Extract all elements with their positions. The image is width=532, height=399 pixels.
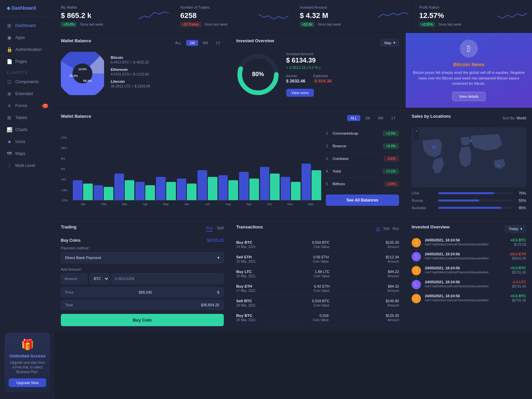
trans-coin-val-2: 1.88 LTC [314, 270, 330, 274]
mid-row: Wallet Balance ALL 1M 6M 1Y 12. [55, 33, 532, 108]
timeline-item-0: ₿ 24/05/2021, 18:24:56 0xb77ad0099e21d4f… [412, 238, 526, 247]
see-all-balances-button[interactable]: See All Balances [326, 195, 399, 206]
x-label-aug: Aug [218, 202, 238, 206]
view-details-button[interactable]: View details [452, 92, 486, 101]
trans-coin-1: 0.56 ETH Coin Value [313, 255, 329, 263]
transactions-card: Transactions All Sell Buy Buy BTC 14 Mar… [230, 219, 405, 332]
coin-ethereum-name: Ethereum [111, 67, 224, 71]
sidebar-item-multilevel[interactable]: ⋮ Multi Level [0, 160, 55, 172]
chart-bars-wrapper: Jan Feb Mar Apr May Jun Jul Aug Sep Oct [73, 127, 321, 206]
sidebar-item-extended[interactable]: ⊕ Extended [0, 88, 55, 100]
filter-tab-6m[interactable]: 6M [200, 40, 211, 46]
trans-usd-val-2: $94.22 [388, 270, 399, 274]
chevron-down-icon: ▾ [393, 41, 395, 45]
view-more-button[interactable]: View more [286, 89, 314, 97]
upgrade-now-button[interactable]: Upgrade Now [9, 378, 46, 387]
sidebar-item-authentication[interactable]: 🔒 Authentication [0, 44, 55, 56]
sidebar-item-tables[interactable]: ⊞ Tables [0, 112, 55, 124]
timeline-line-1 [416, 262, 417, 266]
timeline-title: Invested Overview [412, 224, 450, 229]
chart-tab-all[interactable]: ALL [347, 115, 360, 121]
svg-text:29.2%: 29.2% [69, 74, 78, 77]
month-select[interactable]: May ▾ [381, 39, 399, 47]
invested-timeline-card: Invested Overview Today ▾ ₿ 24/05/2021, … [406, 219, 532, 332]
trans-tab-buy[interactable]: Buy [393, 226, 399, 231]
bar-group-mar [114, 174, 134, 200]
trans-item-5: Buy BTC 19 Mar, 2021 0.016 Coin Value $1… [236, 311, 399, 325]
maps-icon: 🗺 [7, 151, 12, 156]
timeline-time-0: 24/05/2021, 18:24:56 [425, 238, 506, 242]
today-filter[interactable]: Today ▾ [505, 225, 526, 233]
sidebar-item-apps[interactable]: ◉ Apps [0, 32, 55, 44]
sidebar-item-maps[interactable]: 🗺 Maps [0, 148, 55, 160]
sidebar-item-forms[interactable]: ≡ Forms 7 [0, 100, 55, 112]
bar-blue-dec [302, 164, 311, 200]
buy-coins-value: $4335.23 [207, 238, 223, 243]
buy-coin-button[interactable]: Buy Coin [61, 314, 224, 326]
timeline-change-4: +0.5 BTC $5791.45 [510, 294, 526, 302]
trans-date-1: 15 Mar, 2021 [236, 260, 256, 263]
bar-group-aug [218, 175, 238, 200]
sparkline-wallet [139, 9, 169, 23]
amount-input[interactable] [61, 273, 87, 284]
amount-value-input[interactable] [111, 273, 224, 284]
chart-tab-1m[interactable]: 1M [362, 115, 373, 121]
bitcoin-word: Bitcoin [453, 62, 470, 67]
timeline-content-4: 24/05/2021, 18:24:56 0xb77ad0099e21d4fca… [425, 294, 506, 302]
sidebar-item-icons[interactable]: ★ Icons [0, 136, 55, 148]
trans-usd-label-5: Amount [386, 318, 399, 322]
timeline-hash-0: 0xb77ad0099e21d4fca87fa4ca92dda1a40af9e0 [425, 243, 506, 246]
stat-since-wallet: Since last week [80, 23, 103, 26]
main-content: My Wallet $ 865.2 k +20.0% Since last we… [55, 0, 532, 399]
balance-change-3: -3.6% [384, 156, 399, 162]
bar-blue-mar [114, 174, 124, 200]
trans-coin-val-0: 0.016 BTC [312, 240, 330, 244]
transactions-title: Transactions [236, 224, 263, 229]
balance-name-3: Coinbase [332, 157, 384, 161]
buy-coins-header: Buy Coins $4335.23 [61, 238, 224, 243]
sidebar-item-charts[interactable]: 📊 Charts [0, 124, 55, 136]
promo-desc: Upgrade your plan from a Free trial, to … [9, 360, 46, 374]
components-icon: ⬡ [7, 79, 12, 84]
bar-teal-may [166, 182, 176, 200]
bar-blue-jun [177, 179, 187, 200]
trans-type-0: Buy BTC [236, 240, 256, 244]
sidebar-item-dashboard[interactable]: ⊞ Dashboard [0, 20, 55, 32]
timeline-hash-4: 0xb77ad0099e21d4fca87fa4ca92dda1a40af9e0 [425, 299, 506, 302]
trade-tab-sell[interactable]: Sell [217, 226, 223, 232]
trans-date-2: 16 Mar, 2021 [236, 274, 256, 278]
timeline-list: ₿ 24/05/2021, 18:24:56 0xb77ad0099e21d4f… [412, 238, 526, 303]
timeline-change-3: -1.5 LTC $5791.45 [512, 280, 526, 288]
timeline-dot-wrapper-2: ₿ [412, 266, 421, 275]
coin-select[interactable]: BTC [89, 273, 109, 284]
stat-card-wallet: My Wallet $ 865.2 k +20.0% Since last we… [55, 0, 174, 32]
icons-icon: ★ [7, 139, 12, 144]
coin-litecoin-value: 35.3811 LTC = $ 2263.09 [111, 84, 224, 88]
trade-tab-buy[interactable]: Buy [206, 226, 213, 232]
filter-tab-1y[interactable]: 1Y [212, 40, 223, 46]
filter-tab-1m[interactable]: 1M [186, 40, 198, 46]
sidebar-item-components[interactable]: ⬡ Components [0, 76, 55, 88]
balance-item-2: 2 Binance +8.3% [326, 140, 399, 153]
elements-label: Elements [0, 67, 55, 76]
stat-since-trades: Since last week [204, 23, 227, 26]
chart-tab-1y[interactable]: 1Y [388, 115, 399, 121]
trans-coin-4: 0.018 BTC Coin Value [312, 299, 330, 307]
filter-tab-all[interactable]: ALL [172, 40, 185, 46]
payment-method-select[interactable]: Direct Bank Payment ▾ [61, 252, 224, 263]
trans-tab-sell[interactable]: Sell [383, 226, 389, 231]
btc-news-text: Bitcoin prices fell sharply amid the glo… [412, 70, 525, 86]
chart-tab-6m[interactable]: 6M [375, 115, 386, 121]
timeline-usd-0: $178.53 [510, 243, 526, 246]
sales-title: Sales by Locations [412, 114, 451, 119]
bar-group-may [156, 177, 176, 200]
timeline-usd-2: $5791.45 [510, 271, 526, 274]
y-label-neg27: -27% [61, 199, 71, 202]
trans-tab-all[interactable]: All [376, 226, 380, 231]
trans-usd-label-0: Amount [386, 245, 399, 249]
sidebar-item-label: Maps [15, 151, 26, 156]
stat-card-trades: Number of Trades 6258 -29 Trades Since l… [174, 0, 293, 32]
sidebar-item-pages[interactable]: 📄 Pages [0, 56, 55, 67]
trans-type-4: Sell BTC [236, 299, 256, 303]
stats-row: My Wallet $ 865.2 k +20.0% Since last we… [55, 0, 532, 32]
